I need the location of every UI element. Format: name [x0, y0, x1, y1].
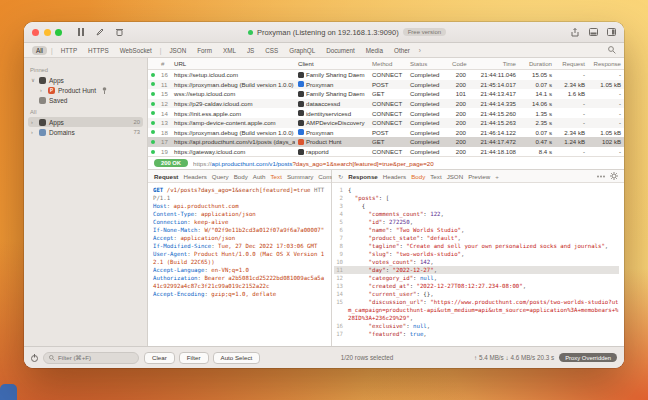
request-body-view[interactable]: GET /v1/posts?days_ago=1&search[featured… [148, 183, 331, 346]
row-request-size: 2.34 kB [555, 129, 588, 136]
table-row[interactable]: 15wss://setup.icloud.comFamily Sharing D… [148, 89, 624, 99]
column-header-duration[interactable]: Duration [519, 60, 555, 67]
close-button[interactable] [32, 29, 39, 36]
request-tab-summary[interactable]: Summary [287, 173, 313, 180]
json-line[interactable]: 8 "tagline": "Create and sell your own p… [334, 242, 619, 250]
filter-segment-all[interactable]: All [32, 46, 47, 55]
share-icon[interactable] [570, 28, 580, 37]
layout-bottom-panel-icon[interactable] [588, 28, 598, 37]
sidebar-item-apps[interactable]: ∨Apps [28, 75, 143, 85]
filter-overflow-chevron[interactable]: › [419, 47, 421, 54]
filter-segment-media[interactable]: Media [362, 46, 387, 55]
layout-right-panel-icon[interactable] [606, 28, 616, 37]
json-line[interactable]: 9 "slug": "two-worlds-studio", [334, 250, 619, 258]
sidebar-item-product-hunt[interactable]: ›PProduct Hunt [37, 85, 143, 95]
filter-segment-xml[interactable]: XML [219, 46, 240, 55]
column-header-time[interactable]: Time [469, 60, 519, 67]
filter-segment-websocket[interactable]: WebSocket [116, 46, 156, 55]
filter-segment-graphql[interactable]: GraphQL [285, 46, 319, 55]
json-line[interactable]: 14 "current_user": {}, [334, 290, 619, 298]
row-id: 13 [158, 119, 171, 126]
request-tab-text[interactable]: Text [271, 173, 282, 180]
json-line[interactable]: 13 "created_at": "2022-12-27T08:12:27.23… [334, 282, 619, 290]
zoom-button[interactable] [55, 29, 62, 36]
json-line[interactable]: 5 "id": 272250, [334, 218, 619, 226]
json-token: , [423, 331, 426, 337]
sidebar-item-domains[interactable]: ›Domains73 [28, 127, 143, 137]
flow-url[interactable]: https://api.producthunt.com/v1/posts?day… [193, 160, 434, 167]
column-header-id[interactable]: # [158, 60, 171, 67]
json-line[interactable]: 11 "day": "2022-12-27", [334, 266, 619, 274]
filter-segment-form[interactable]: Form [193, 46, 216, 55]
table-row[interactable]: 17https://api.producthunt.com/v1/posts (… [148, 137, 624, 147]
json-token [348, 259, 369, 265]
add-response-tab-button[interactable]: + [495, 173, 499, 180]
filter-segment-https[interactable]: HTTPS [84, 46, 113, 55]
json-line[interactable]: 7 "product_state": "default", [334, 234, 619, 242]
proxy-overridden-badge[interactable]: Proxy Overridden [559, 353, 617, 362]
request-tab-body[interactable]: Body [234, 173, 248, 180]
json-line[interactable]: 10 "votes_count": 142, [334, 258, 619, 266]
request-tab-auth[interactable]: Auth [253, 173, 266, 180]
filter-segment-document[interactable]: Document [322, 46, 359, 55]
json-line[interactable]: 15 "discussion_url": "https://www.produc… [334, 298, 619, 322]
pause-recording-icon[interactable] [76, 28, 86, 37]
auto-select-button[interactable]: Auto Select [213, 352, 261, 364]
column-header-response[interactable]: Response [588, 60, 624, 67]
json-line[interactable]: 3 { [334, 202, 619, 210]
column-header-request[interactable]: Request [555, 60, 588, 67]
table-row[interactable]: 16https://setup.icloud.comFamily Sharing… [148, 70, 624, 80]
minimize-button[interactable] [44, 29, 51, 36]
column-header-code[interactable]: Code [449, 60, 469, 67]
response-body-view[interactable]: 1{2 "posts": [3 {4 "comments_count": 122… [332, 183, 624, 346]
more-options-icon[interactable] [597, 175, 605, 178]
gear-icon[interactable] [610, 172, 618, 180]
column-header-method[interactable]: Method [369, 60, 407, 67]
header-value: W/"02f9e11b2cd3a012f07a9f6a7a00007" [204, 227, 324, 233]
filter-segment-other[interactable]: Other [390, 46, 414, 55]
table-row[interactable]: 11https://proxyman.debug (Build version … [148, 80, 624, 90]
filter-segment-json[interactable]: JSON [165, 46, 190, 55]
table-row[interactable]: 18https://proxyman.debug (Build version … [148, 128, 624, 138]
pencil-icon[interactable] [95, 28, 105, 37]
table-row[interactable]: 14https://init.ess.apple.comidentityserv… [148, 108, 624, 118]
json-line[interactable]: 1{ [334, 186, 619, 194]
table-row[interactable]: 13https://amp-device-content.apple.comAM… [148, 118, 624, 128]
filter-segment-js[interactable]: JS [243, 46, 258, 55]
json-line[interactable]: 12 "category_id": null, [334, 274, 619, 282]
response-tab-json[interactable]: JSON [447, 173, 464, 180]
table-row[interactable]: 12https://p29-caldav.icloud.comdataacces… [148, 99, 624, 109]
column-header-client[interactable]: Client [295, 60, 369, 67]
response-tab-body[interactable]: Body [411, 173, 425, 180]
refresh-icon[interactable]: ↻ [338, 173, 343, 180]
sidebar-item-apps[interactable]: ›Apps20 [28, 117, 143, 127]
response-tab-headers[interactable]: Headers [383, 173, 406, 180]
request-tab-query[interactable]: Query [212, 173, 229, 180]
json-token: : [413, 275, 420, 281]
clear-button[interactable]: Clear [144, 352, 175, 364]
trash-icon[interactable] [114, 28, 124, 37]
quick-filter-field[interactable] [43, 352, 139, 364]
power-icon[interactable] [31, 354, 38, 362]
column-header-url[interactable]: URL [171, 60, 295, 67]
sidebar-item-saved[interactable]: Saved [28, 95, 143, 105]
json-token: , [434, 267, 437, 273]
request-tab-headers[interactable]: Headers [183, 173, 206, 180]
filter-segment-http[interactable]: HTTP [57, 46, 81, 55]
license-badge[interactable]: Free version [403, 28, 446, 36]
table-row[interactable]: 19https://gateway.icloud.comrapportdCONN… [148, 147, 624, 157]
json-line[interactable]: 2 "posts": [ [334, 194, 619, 202]
row-code: 200 [449, 138, 469, 145]
json-line[interactable]: 4 "comments_count": 122, [334, 210, 619, 218]
filter-segment-css[interactable]: CSS [261, 46, 282, 55]
response-tab-text[interactable]: Text [430, 173, 441, 180]
json-line[interactable]: 16 "exclusive": null, [334, 322, 619, 330]
filter-button[interactable]: Filter [179, 352, 209, 364]
search-icon[interactable] [608, 46, 616, 54]
column-header-status[interactable]: Status [407, 60, 449, 67]
filter-input[interactable] [58, 354, 128, 361]
table-header[interactable]: #URLClientMethodStatusCodeTimeDurationRe… [148, 58, 624, 70]
json-line[interactable]: 6 "name": "Two Worlds Studio", [334, 226, 619, 234]
response-tab-preview[interactable]: Preview [468, 173, 490, 180]
json-line[interactable]: 17 "featured": true, [334, 330, 619, 338]
